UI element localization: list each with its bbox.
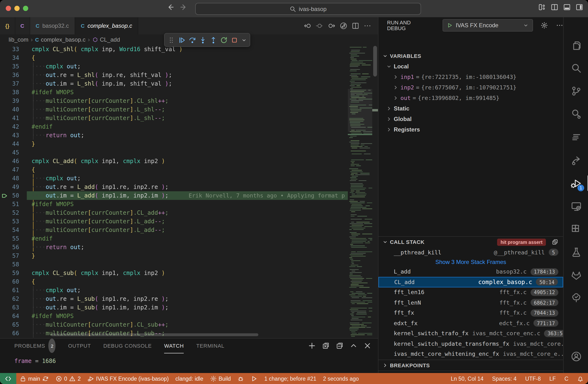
code-line[interactable]: 63····out.im = L_sub( inp1.im, inp2.im )… <box>0 303 378 312</box>
panel-bottom-icon[interactable] <box>563 3 571 11</box>
section-breakpoints[interactable]: BREAKPOINTS <box>378 360 563 371</box>
code-line[interactable]: 64#ifdef WMOPS <box>0 312 378 320</box>
code-line[interactable]: 62····out.re = L_sub( inp1.re, inp2.re )… <box>0 295 378 303</box>
status-item[interactable]: UTF-8 <box>521 376 545 381</box>
code-line[interactable]: 50····out.im = L_add( inp1.im, inp2.im )… <box>0 191 378 200</box>
remote-indicator[interactable] <box>0 373 16 384</box>
code-line[interactable]: 42#endif <box>0 122 378 131</box>
chevron-up-icon[interactable] <box>350 342 357 350</box>
nav-back-icon[interactable] <box>304 22 312 30</box>
add-icon[interactable] <box>308 342 316 350</box>
code-line[interactable]: 59cmplx CL_sub( cmplx inp1, cmplx inp2 ) <box>0 269 378 277</box>
continue-icon[interactable] <box>178 36 186 44</box>
status-item[interactable] <box>573 375 588 382</box>
more-actions-icon[interactable] <box>364 22 371 30</box>
gear-icon[interactable] <box>541 21 548 29</box>
code-line[interactable]: 49····out.re = L_add( inp1.re, inp2.re )… <box>0 183 378 191</box>
nav-location-icon[interactable] <box>316 22 323 30</box>
code-line[interactable]: 61····cmplx out; <box>0 286 378 295</box>
callstack-frame[interactable]: kernel_switch_update_transforms_fxivas_m… <box>378 339 563 349</box>
horizontal-scrollbar[interactable] <box>51 333 258 336</box>
callstack-frame[interactable]: edxt_fxedct_fx.c771:17 <box>378 318 563 328</box>
variable-row[interactable]: out = {re:13996802, im:991485} <box>378 93 563 103</box>
code-line[interactable]: 65····multiCounter[currCounter].CL_sub++… <box>0 320 378 329</box>
code-line[interactable]: 46cmplx CL_add( cmplx inp1, cmplx inp2 ) <box>0 157 378 165</box>
code-line[interactable]: 52····multiCounter[currCounter].CL_add++… <box>0 208 378 217</box>
code-line[interactable]: 48····cmplx out; <box>0 174 378 183</box>
customize-layout-icon[interactable] <box>538 3 546 11</box>
sidebar-right-icon[interactable] <box>576 3 583 11</box>
code-line[interactable]: 34{ <box>0 54 378 62</box>
code-line[interactable]: 58 <box>0 260 378 269</box>
code-line[interactable]: 54····multiCounter[currCounter].L_add--; <box>0 226 378 234</box>
callstack-frame[interactable]: fft_lenNfft_fx.c6862:17 <box>378 297 563 308</box>
callstack-frame[interactable]: __pthread_kill@__pthread_kill5 <box>378 247 563 258</box>
status-item[interactable]: 02 <box>52 375 84 382</box>
status-item[interactable]: LF <box>545 376 560 381</box>
code-line[interactable]: 56····return out; <box>0 243 378 252</box>
status-item[interactable]: IVAS FX Encode (ivas-basop) <box>84 375 172 382</box>
callstack-frame[interactable]: CL_addcomplex_basop.c50:14 <box>378 277 563 287</box>
status-item[interactable]: 1 change; before #21 <box>261 376 320 381</box>
code-line[interactable]: 60{ <box>0 277 378 286</box>
close-icon[interactable] <box>364 342 371 350</box>
activity-source-control[interactable] <box>564 81 588 101</box>
activity-search[interactable] <box>564 58 588 78</box>
minimize-button[interactable] <box>14 6 20 11</box>
activity-account[interactable] <box>564 347 588 366</box>
status-item[interactable]: clangd: idle <box>172 376 207 381</box>
callstack-frame[interactable]: ivas_mdct_core_whitening_enc_fxivas_mdct… <box>378 349 563 359</box>
activity-debug[interactable]: 1 <box>564 174 588 193</box>
tab-basop32.c[interactable]: Cbasop32.c <box>30 17 75 34</box>
code-line[interactable]: 40····multiCounter[currCounter].L_shl--; <box>0 105 378 114</box>
panel-tab-output[interactable]: OUTPUT <box>68 339 91 353</box>
variable-row[interactable]: inp2 = {re:6775067, im:-1079021751} <box>378 82 563 93</box>
breadcrumb-item[interactable]: Ccomplex_basop.c <box>35 36 86 43</box>
split-editor-icon[interactable] <box>352 22 359 30</box>
command-center-search[interactable]: ivas-basop <box>195 3 421 15</box>
code-line[interactable]: 39····multiCounter[currCounter].CL_shl++… <box>0 97 378 105</box>
activity-share-arrow[interactable] <box>564 151 588 170</box>
status-item[interactable]: Spaces: 4 <box>488 376 521 381</box>
code-line[interactable]: 35····cmplx out; <box>0 62 378 71</box>
tab-pinned-1[interactable]: C <box>15 17 30 34</box>
code-line[interactable]: 36····out.re = L_shl( inp.re, shift_val … <box>0 71 378 79</box>
back-arrow-icon[interactable] <box>167 3 174 11</box>
code-line[interactable]: 57} <box>0 252 378 260</box>
activity-remote-explorer[interactable] <box>564 197 588 216</box>
callstack-frame[interactable]: fft_fxfft_fx.c7044:13 <box>378 308 563 318</box>
code-line[interactable]: 37····out.im = L_shl( inp.im, shift_val … <box>0 79 378 88</box>
callstack-frame[interactable]: L_addbasop32.c1784:13 <box>378 267 563 277</box>
callstack-frame[interactable]: fft_len16fft_fx.c4905:12 <box>378 287 563 297</box>
copy-call-stack-icon[interactable] <box>552 239 558 245</box>
status-item[interactable]: C <box>560 376 573 381</box>
split-columns-icon[interactable] <box>551 3 558 11</box>
variables-header[interactable]: VARIABLES <box>378 51 563 61</box>
graph-circle-icon[interactable] <box>340 22 347 30</box>
step-over-icon[interactable] <box>189 36 196 44</box>
activity-beaker[interactable] <box>564 243 588 262</box>
code-line[interactable]: 53····multiCounter[currCounter].L_add--; <box>0 217 378 226</box>
step-out-icon[interactable] <box>210 36 217 44</box>
variables-scope-row[interactable]: Static <box>378 103 563 114</box>
variables-scope-row[interactable]: Registers <box>378 124 563 135</box>
status-item[interactable]: Ln 50, Col 14 <box>446 376 488 381</box>
code-line[interactable]: 55#endif <box>0 234 378 243</box>
callstack-frame[interactable]: kernel_switch_trafo_fxivas_mdct_core_enc… <box>378 328 563 339</box>
activity-extensions[interactable] <box>564 220 588 239</box>
zoom-button[interactable] <box>23 6 28 11</box>
status-item[interactable] <box>234 375 248 382</box>
nav-forward-icon[interactable] <box>328 22 336 30</box>
more-actions-icon[interactable] <box>556 21 563 29</box>
step-into-icon[interactable] <box>199 36 207 44</box>
status-item[interactable]: Build <box>207 375 234 382</box>
activity-files[interactable] <box>564 36 588 55</box>
status-item[interactable]: main <box>16 375 52 382</box>
breadcrumb-item[interactable]: CL_add <box>92 36 120 43</box>
breadcrumb-item[interactable]: lib_com <box>9 36 28 43</box>
stop-icon[interactable] <box>231 36 238 44</box>
watch-expression[interactable]: frame = 1686 <box>14 358 56 364</box>
code-line[interactable]: 38#ifdef WMOPS <box>0 88 378 97</box>
restart-icon[interactable] <box>220 36 228 44</box>
code-line[interactable]: 44} <box>0 140 378 148</box>
